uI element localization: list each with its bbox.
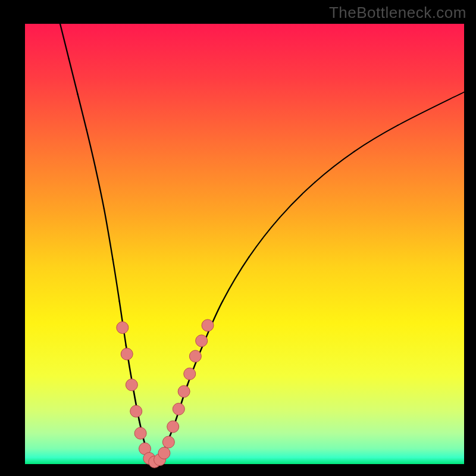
data-marker bbox=[117, 322, 129, 334]
data-marker bbox=[121, 348, 133, 360]
data-marker bbox=[130, 405, 142, 417]
data-marker bbox=[178, 386, 190, 397]
data-marker bbox=[189, 350, 201, 362]
bottleneck-plot bbox=[0, 0, 476, 476]
data-marker bbox=[196, 335, 208, 347]
data-marker bbox=[173, 403, 184, 415]
data-marker bbox=[126, 379, 137, 391]
data-marker bbox=[167, 421, 179, 433]
watermark-text: TheBottleneck.com bbox=[329, 4, 466, 22]
data-marker bbox=[158, 447, 170, 459]
data-marker bbox=[134, 427, 146, 439]
data-marker bbox=[202, 320, 214, 331]
data-marker bbox=[162, 436, 174, 448]
gradient-background bbox=[25, 24, 464, 464]
chart-frame: TheBottleneck.com bbox=[0, 0, 476, 476]
data-marker bbox=[184, 368, 196, 380]
